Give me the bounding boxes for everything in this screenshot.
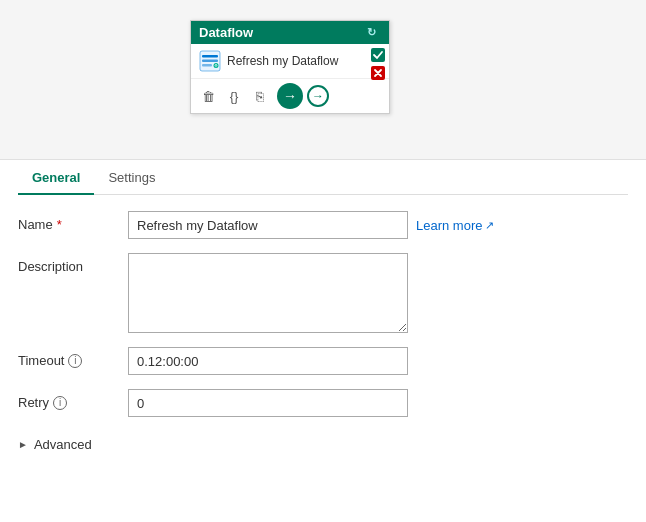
bottom-panel: General Settings Name * Learn more ↗ Des… xyxy=(0,160,646,458)
tabs-container: General Settings xyxy=(18,160,628,195)
retry-input-area xyxy=(128,389,628,417)
activity-card: Dataflow ↻ Refresh my Dataflow xyxy=(190,20,390,114)
timeout-label: Timeout i xyxy=(18,347,128,368)
description-input-area xyxy=(128,253,628,333)
description-row: Description xyxy=(18,253,628,333)
required-star: * xyxy=(57,217,62,232)
card-toolbar: 🗑 {} ⎘ → → xyxy=(191,79,389,113)
retry-input[interactable] xyxy=(128,389,408,417)
retry-label: Retry i xyxy=(18,389,128,410)
arrow-outline-button[interactable]: → xyxy=(307,85,329,107)
name-input[interactable] xyxy=(128,211,408,239)
svg-rect-1 xyxy=(202,55,218,58)
timeout-row: Timeout i xyxy=(18,347,628,375)
advanced-section[interactable]: ► Advanced xyxy=(18,431,628,458)
retry-row: Retry i xyxy=(18,389,628,417)
chevron-right-icon: ► xyxy=(18,439,28,450)
description-input[interactable] xyxy=(128,253,408,333)
tab-settings[interactable]: Settings xyxy=(94,160,169,195)
learn-more-link[interactable]: Learn more ↗ xyxy=(416,218,494,233)
timeout-info-icon[interactable]: i xyxy=(68,354,82,368)
card-header: Dataflow ↻ xyxy=(191,21,389,44)
card-header-title: Dataflow xyxy=(199,25,253,40)
timeout-input[interactable] xyxy=(128,347,408,375)
name-input-area: Learn more ↗ xyxy=(128,211,628,239)
name-row: Name * Learn more ↗ xyxy=(18,211,628,239)
card-refresh-icon: ↻ xyxy=(367,26,381,40)
retry-info-icon[interactable]: i xyxy=(53,396,67,410)
delete-button[interactable]: 🗑 xyxy=(197,85,219,107)
dataflow-icon xyxy=(199,50,221,72)
svg-rect-3 xyxy=(202,64,212,67)
timeout-input-area xyxy=(128,347,628,375)
canvas-area: Dataflow ↻ Refresh my Dataflow xyxy=(0,0,646,160)
status-check xyxy=(371,48,385,65)
code-button[interactable]: {} xyxy=(223,85,245,107)
copy-button[interactable]: ⎘ xyxy=(249,85,271,107)
description-label: Description xyxy=(18,253,128,274)
name-label: Name * xyxy=(18,211,128,232)
card-body: Refresh my Dataflow xyxy=(191,44,389,79)
arrow-button[interactable]: → xyxy=(277,83,303,109)
activity-name: Refresh my Dataflow xyxy=(227,54,381,68)
status-error xyxy=(371,66,385,83)
external-link-icon: ↗ xyxy=(485,219,494,232)
tab-general[interactable]: General xyxy=(18,160,94,195)
svg-rect-2 xyxy=(202,60,218,63)
advanced-label: Advanced xyxy=(34,437,92,452)
